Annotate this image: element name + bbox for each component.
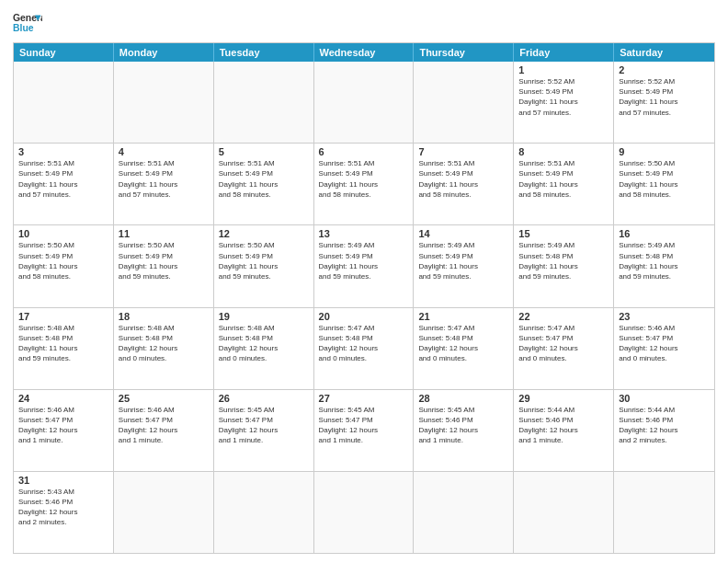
day-number: 12 xyxy=(219,228,309,239)
calendar-cell: 12Sunrise: 5:50 AM Sunset: 5:49 PM Dayli… xyxy=(214,225,314,306)
day-number: 21 xyxy=(418,311,508,322)
calendar-cell xyxy=(414,62,514,143)
calendar-cell: 29Sunrise: 5:44 AM Sunset: 5:46 PM Dayli… xyxy=(514,390,614,471)
calendar-cell: 6Sunrise: 5:51 AM Sunset: 5:49 PM Daylig… xyxy=(314,144,415,224)
calendar-cell xyxy=(414,472,514,553)
day-info: Sunrise: 5:49 AM Sunset: 5:49 PM Dayligh… xyxy=(319,240,409,282)
day-number: 28 xyxy=(418,393,508,404)
generalblue-logo-icon: General Blue xyxy=(13,9,42,39)
calendar-cell xyxy=(614,472,714,553)
calendar-cell xyxy=(314,472,415,553)
day-info: Sunrise: 5:51 AM Sunset: 5:49 PM Dayligh… xyxy=(319,158,409,200)
calendar-cell: 17Sunrise: 5:48 AM Sunset: 5:48 PM Dayli… xyxy=(14,308,114,389)
calendar-cell: 5Sunrise: 5:51 AM Sunset: 5:49 PM Daylig… xyxy=(214,144,314,224)
header: General Blue xyxy=(13,9,715,39)
day-info: Sunrise: 5:48 AM Sunset: 5:48 PM Dayligh… xyxy=(219,323,309,364)
calendar-cell: 21Sunrise: 5:47 AM Sunset: 5:48 PM Dayli… xyxy=(414,308,514,389)
calendar-cell: 18Sunrise: 5:48 AM Sunset: 5:48 PM Dayli… xyxy=(114,308,214,389)
calendar-header: SundayMondayTuesdayWednesdayThursdayFrid… xyxy=(14,43,714,62)
day-info: Sunrise: 5:45 AM Sunset: 5:47 PM Dayligh… xyxy=(319,405,409,446)
calendar-cell: 16Sunrise: 5:49 AM Sunset: 5:48 PM Dayli… xyxy=(614,225,714,306)
day-info: Sunrise: 5:44 AM Sunset: 5:46 PM Dayligh… xyxy=(518,405,609,446)
day-number: 1 xyxy=(518,64,609,75)
calendar-row-5: 31Sunrise: 5:43 AM Sunset: 5:46 PM Dayli… xyxy=(14,471,714,553)
calendar-cell: 11Sunrise: 5:50 AM Sunset: 5:49 PM Dayli… xyxy=(114,225,214,306)
day-number: 3 xyxy=(18,146,108,157)
day-info: Sunrise: 5:48 AM Sunset: 5:48 PM Dayligh… xyxy=(119,323,209,364)
day-number: 20 xyxy=(319,311,409,322)
calendar-row-3: 17Sunrise: 5:48 AM Sunset: 5:48 PM Dayli… xyxy=(14,307,714,389)
weekday-header-monday: Monday xyxy=(114,43,214,62)
page: General Blue SundayMondayTuesdayWednesda… xyxy=(0,0,728,563)
day-info: Sunrise: 5:51 AM Sunset: 5:49 PM Dayligh… xyxy=(18,158,108,200)
day-info: Sunrise: 5:45 AM Sunset: 5:46 PM Dayligh… xyxy=(418,405,508,446)
day-info: Sunrise: 5:51 AM Sunset: 5:49 PM Dayligh… xyxy=(418,158,508,200)
calendar-row-0: 1Sunrise: 5:52 AM Sunset: 5:49 PM Daylig… xyxy=(14,62,714,143)
day-info: Sunrise: 5:44 AM Sunset: 5:46 PM Dayligh… xyxy=(619,405,710,446)
day-number: 30 xyxy=(619,393,710,404)
day-info: Sunrise: 5:49 AM Sunset: 5:49 PM Dayligh… xyxy=(418,240,508,282)
calendar-cell xyxy=(114,472,214,553)
calendar-cell: 8Sunrise: 5:51 AM Sunset: 5:49 PM Daylig… xyxy=(514,144,614,224)
day-number: 16 xyxy=(619,228,710,239)
logo: General Blue xyxy=(13,9,42,39)
day-info: Sunrise: 5:50 AM Sunset: 5:49 PM Dayligh… xyxy=(119,240,209,282)
day-info: Sunrise: 5:52 AM Sunset: 5:49 PM Dayligh… xyxy=(518,76,609,118)
day-info: Sunrise: 5:49 AM Sunset: 5:48 PM Dayligh… xyxy=(619,240,710,282)
calendar-cell: 19Sunrise: 5:48 AM Sunset: 5:48 PM Dayli… xyxy=(214,308,314,389)
calendar-cell: 1Sunrise: 5:52 AM Sunset: 5:49 PM Daylig… xyxy=(514,62,614,143)
weekday-header-tuesday: Tuesday xyxy=(214,43,314,62)
svg-text:Blue: Blue xyxy=(13,23,34,33)
calendar-cell xyxy=(114,62,214,143)
day-number: 17 xyxy=(18,311,108,322)
day-info: Sunrise: 5:45 AM Sunset: 5:47 PM Dayligh… xyxy=(219,405,309,446)
calendar-cell: 30Sunrise: 5:44 AM Sunset: 5:46 PM Dayli… xyxy=(614,390,714,471)
day-info: Sunrise: 5:51 AM Sunset: 5:49 PM Dayligh… xyxy=(119,158,209,200)
day-info: Sunrise: 5:47 AM Sunset: 5:48 PM Dayligh… xyxy=(319,323,409,364)
calendar-cell xyxy=(514,472,614,553)
calendar-row-1: 3Sunrise: 5:51 AM Sunset: 5:49 PM Daylig… xyxy=(14,143,714,224)
calendar-cell: 28Sunrise: 5:45 AM Sunset: 5:46 PM Dayli… xyxy=(414,390,514,471)
day-number: 22 xyxy=(518,311,609,322)
calendar-cell xyxy=(314,62,415,143)
calendar-cell: 13Sunrise: 5:49 AM Sunset: 5:49 PM Dayli… xyxy=(314,225,415,306)
calendar-cell: 4Sunrise: 5:51 AM Sunset: 5:49 PM Daylig… xyxy=(114,144,214,224)
day-number: 9 xyxy=(619,146,710,157)
calendar-cell: 10Sunrise: 5:50 AM Sunset: 5:49 PM Dayli… xyxy=(14,225,114,306)
day-info: Sunrise: 5:51 AM Sunset: 5:49 PM Dayligh… xyxy=(219,158,309,200)
day-number: 31 xyxy=(18,475,108,486)
day-info: Sunrise: 5:46 AM Sunset: 5:47 PM Dayligh… xyxy=(119,405,209,446)
day-number: 8 xyxy=(518,146,609,157)
weekday-header-sunday: Sunday xyxy=(14,43,114,62)
calendar-cell: 2Sunrise: 5:52 AM Sunset: 5:49 PM Daylig… xyxy=(614,62,714,143)
calendar-cell: 26Sunrise: 5:45 AM Sunset: 5:47 PM Dayli… xyxy=(214,390,314,471)
day-number: 10 xyxy=(18,228,108,239)
calendar-cell: 15Sunrise: 5:49 AM Sunset: 5:48 PM Dayli… xyxy=(514,225,614,306)
calendar-cell: 20Sunrise: 5:47 AM Sunset: 5:48 PM Dayli… xyxy=(314,308,415,389)
day-number: 2 xyxy=(619,64,710,75)
calendar-row-2: 10Sunrise: 5:50 AM Sunset: 5:49 PM Dayli… xyxy=(14,224,714,306)
day-info: Sunrise: 5:46 AM Sunset: 5:47 PM Dayligh… xyxy=(18,405,108,446)
day-info: Sunrise: 5:48 AM Sunset: 5:48 PM Dayligh… xyxy=(18,323,108,364)
calendar-cell: 25Sunrise: 5:46 AM Sunset: 5:47 PM Dayli… xyxy=(114,390,214,471)
day-info: Sunrise: 5:43 AM Sunset: 5:46 PM Dayligh… xyxy=(18,487,108,528)
calendar-cell: 9Sunrise: 5:50 AM Sunset: 5:49 PM Daylig… xyxy=(614,144,714,224)
calendar-cell: 23Sunrise: 5:46 AM Sunset: 5:47 PM Dayli… xyxy=(614,308,714,389)
day-number: 25 xyxy=(119,393,209,404)
calendar-cell: 24Sunrise: 5:46 AM Sunset: 5:47 PM Dayli… xyxy=(14,390,114,471)
day-info: Sunrise: 5:51 AM Sunset: 5:49 PM Dayligh… xyxy=(518,158,609,200)
calendar-cell: 14Sunrise: 5:49 AM Sunset: 5:49 PM Dayli… xyxy=(414,225,514,306)
day-number: 27 xyxy=(319,393,409,404)
calendar-cell xyxy=(14,62,114,143)
calendar-cell: 27Sunrise: 5:45 AM Sunset: 5:47 PM Dayli… xyxy=(314,390,415,471)
day-number: 26 xyxy=(219,393,309,404)
calendar-cell xyxy=(214,62,314,143)
weekday-header-saturday: Saturday xyxy=(614,43,714,62)
calendar-cell: 31Sunrise: 5:43 AM Sunset: 5:46 PM Dayli… xyxy=(14,472,114,553)
weekday-header-thursday: Thursday xyxy=(414,43,514,62)
day-info: Sunrise: 5:52 AM Sunset: 5:49 PM Dayligh… xyxy=(619,76,710,118)
day-info: Sunrise: 5:47 AM Sunset: 5:47 PM Dayligh… xyxy=(518,323,609,364)
day-info: Sunrise: 5:49 AM Sunset: 5:48 PM Dayligh… xyxy=(518,240,609,282)
calendar-row-4: 24Sunrise: 5:46 AM Sunset: 5:47 PM Dayli… xyxy=(14,389,714,471)
day-info: Sunrise: 5:47 AM Sunset: 5:48 PM Dayligh… xyxy=(418,323,508,364)
